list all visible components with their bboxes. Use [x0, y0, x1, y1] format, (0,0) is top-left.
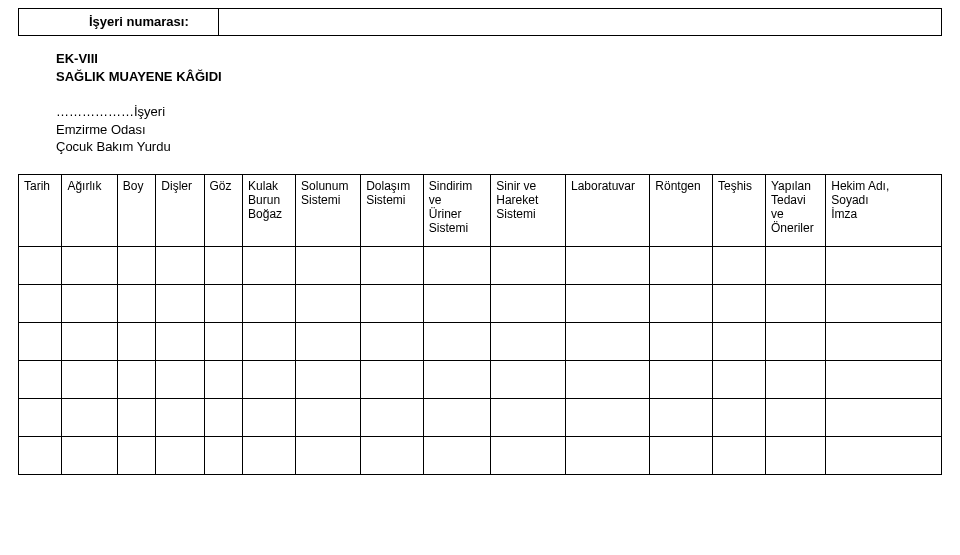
table-cell — [712, 284, 765, 322]
table-cell — [204, 246, 243, 284]
table-cell — [826, 322, 942, 360]
table-header-row: Tarih Ağırlık Boy Dişler Göz Kulak Burun… — [19, 174, 942, 246]
institution-line-1: ………………İşyeri — [56, 103, 942, 121]
table-cell — [650, 436, 713, 474]
col-header-teshis: Teşhis — [712, 174, 765, 246]
table-cell — [423, 322, 490, 360]
table-cell — [361, 246, 424, 284]
table-cell — [423, 436, 490, 474]
table-cell — [62, 284, 117, 322]
workplace-number-box: İşyeri numarası: — [18, 8, 942, 36]
table-cell — [156, 436, 204, 474]
table-cell — [565, 398, 649, 436]
workplace-number-value — [219, 9, 941, 35]
table-cell — [491, 322, 566, 360]
table-cell — [19, 360, 62, 398]
table-cell — [565, 322, 649, 360]
table-cell — [156, 322, 204, 360]
col-header-disler: Dişler — [156, 174, 204, 246]
table-cell — [565, 436, 649, 474]
table-cell — [491, 436, 566, 474]
table-cell — [766, 360, 826, 398]
table-cell — [491, 246, 566, 284]
table-cell — [296, 322, 361, 360]
table-cell — [117, 398, 156, 436]
col-header-boy: Boy — [117, 174, 156, 246]
table-cell — [204, 398, 243, 436]
table-cell — [156, 360, 204, 398]
table-cell — [491, 398, 566, 436]
table-cell — [156, 398, 204, 436]
table-cell — [243, 284, 296, 322]
table-cell — [712, 398, 765, 436]
table-cell — [650, 246, 713, 284]
section-header: EK-VIII SAĞLIK MUAYENE KÂĞIDI — [56, 50, 942, 85]
table-cell — [650, 360, 713, 398]
table-cell — [62, 436, 117, 474]
table-cell — [491, 284, 566, 322]
table-cell — [19, 322, 62, 360]
table-cell — [766, 322, 826, 360]
table-cell — [243, 398, 296, 436]
table-cell — [117, 322, 156, 360]
table-cell — [712, 436, 765, 474]
table-cell — [156, 284, 204, 322]
col-header-sindirim-uriner: Sindirim ve Üriner Sistemi — [423, 174, 490, 246]
col-header-rontgen: Röntgen — [650, 174, 713, 246]
col-header-sinir-hareket: Sinir ve Hareket Sistemi — [491, 174, 566, 246]
table-cell — [62, 360, 117, 398]
table-row — [19, 284, 942, 322]
table-cell — [243, 436, 296, 474]
table-cell — [712, 360, 765, 398]
table-cell — [62, 246, 117, 284]
table-cell — [19, 246, 62, 284]
table-cell — [296, 360, 361, 398]
col-header-goz: Göz — [204, 174, 243, 246]
table-cell — [361, 322, 424, 360]
table-cell — [117, 436, 156, 474]
table-cell — [117, 360, 156, 398]
table-cell — [243, 322, 296, 360]
institution-line-3: Çocuk Bakım Yurdu — [56, 138, 942, 156]
table-cell — [243, 360, 296, 398]
table-cell — [204, 436, 243, 474]
table-cell — [296, 398, 361, 436]
table-cell — [296, 246, 361, 284]
col-header-solunum-sistemi: Solunum Sistemi — [296, 174, 361, 246]
table-cell — [204, 360, 243, 398]
workplace-number-label: İşyeri numarası: — [19, 9, 219, 35]
health-exam-table: Tarih Ağırlık Boy Dişler Göz Kulak Burun… — [18, 174, 942, 475]
table-cell — [423, 360, 490, 398]
table-cell — [117, 284, 156, 322]
col-header-agirlik: Ağırlık — [62, 174, 117, 246]
section-title: SAĞLIK MUAYENE KÂĞIDI — [56, 68, 942, 86]
table-cell — [423, 398, 490, 436]
col-header-tarih: Tarih — [19, 174, 62, 246]
table-cell — [766, 246, 826, 284]
table-cell — [650, 322, 713, 360]
institution-block: ………………İşyeri Emzirme Odası Çocuk Bakım Y… — [56, 103, 942, 156]
col-header-yapilan-tedavi: Yapılan Tedavi ve Öneriler — [766, 174, 826, 246]
table-row — [19, 360, 942, 398]
table-cell — [491, 360, 566, 398]
table-cell — [19, 436, 62, 474]
col-header-kulak-burun-bogaz: Kulak Burun Boğaz — [243, 174, 296, 246]
table-row — [19, 322, 942, 360]
table-cell — [826, 398, 942, 436]
table-cell — [19, 284, 62, 322]
table-cell — [296, 284, 361, 322]
table-cell — [62, 398, 117, 436]
table-cell — [766, 398, 826, 436]
section-code: EK-VIII — [56, 50, 942, 68]
table-cell — [712, 322, 765, 360]
table-cell — [650, 398, 713, 436]
table-row — [19, 436, 942, 474]
table-row — [19, 246, 942, 284]
table-cell — [766, 284, 826, 322]
table-cell — [243, 246, 296, 284]
table-cell — [62, 322, 117, 360]
table-cell — [565, 360, 649, 398]
table-body — [19, 246, 942, 474]
table-row — [19, 398, 942, 436]
table-cell — [117, 246, 156, 284]
